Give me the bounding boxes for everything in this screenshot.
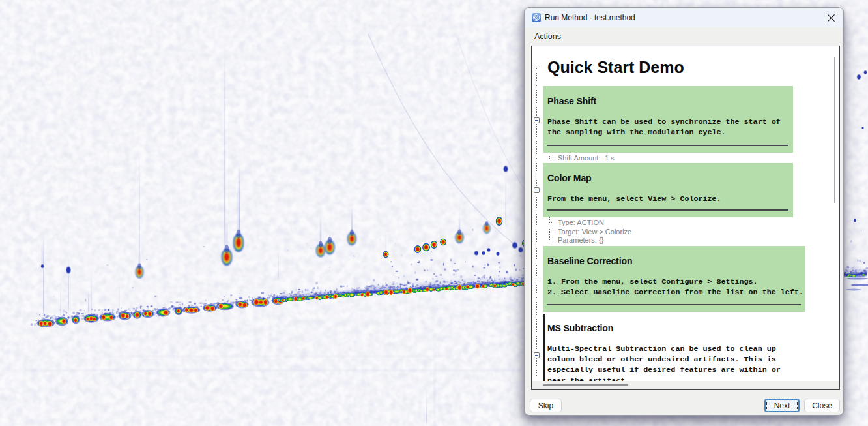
tree-connector-line [549,159,555,159]
step-parameter[interactable]: Target: View > Colorize [558,228,631,236]
step-title: MS Subtraction [547,323,613,333]
close-icon[interactable] [826,13,836,23]
step-parameter[interactable]: Shift Amount: -1 s [558,154,615,162]
method-step[interactable]: Baseline Correction 1. From the menu, se… [543,246,805,312]
tree-connector-line [536,277,542,277]
step-description: 1. From the menu, select Configure > Set… [547,277,803,297]
tree-connector-line [549,241,555,241]
method-step[interactable]: Phase Shift Phase Shift can be used to s… [543,86,793,153]
tree-connector-line [536,67,537,376]
step-title: Phase Shift [547,96,596,106]
run-method-dialog: Run Method - test.method Actions Quick S… [524,7,844,416]
app-icon [532,13,541,22]
tree-connector-line [549,222,555,223]
method-scroll-viewport[interactable]: Quick Start Demo Phase Shift Phase Shift… [532,46,839,381]
step-description: Multi-Spectral Subtraction can be used t… [547,344,781,381]
tree-collapse-toggle[interactable] [534,187,540,193]
close-button[interactable]: Close [804,399,840,412]
dialog-titlebar[interactable]: Run Method - test.method [525,8,843,27]
horizontal-scrollbar-thumb[interactable] [543,384,628,386]
method-step[interactable]: MS Subtraction Multi-Spectral Subtractio… [543,314,830,381]
tree-connector-line [540,356,543,356]
step-description: Phase Shift can be used to synchronize t… [547,117,781,138]
window-title: Run Method - test.method [545,8,635,27]
skip-button[interactable]: Skip [530,399,562,412]
tree-collapse-toggle[interactable] [534,352,540,358]
vertical-scrollbar-thumb[interactable] [834,57,835,203]
step-description: From the menu, select View > Colorize. [547,194,721,204]
tree-connector-line [549,232,555,232]
dialog-footer: Skip Next Close [525,389,843,415]
menu-actions[interactable]: Actions [534,31,562,43]
tree-connector-line [536,67,543,67]
horizontal-scrollbar-track[interactable] [532,381,839,389]
next-button[interactable]: Next [764,399,800,412]
tree-connector-line [549,217,550,241]
method-heading: Quick Start Demo [547,58,684,77]
tree-collapse-toggle[interactable] [534,117,540,123]
tree-connector-line [540,190,543,190]
step-underline [547,145,788,146]
step-title: Color Map [547,173,592,183]
menu-bar: Actions [525,27,843,46]
step-parameter[interactable]: Type: ACTION [558,219,604,227]
step-underline [547,209,788,211]
tree-connector-line [540,120,543,121]
step-title: Baseline Correction [547,256,632,266]
step-underline [547,304,801,305]
step-parameter[interactable]: Parameters: {} [558,236,603,245]
method-step[interactable]: Color Map From the menu, select View > C… [543,163,793,217]
tree-connector-line [549,153,550,159]
method-content-panel: Quick Start Demo Phase Shift Phase Shift… [531,46,840,390]
